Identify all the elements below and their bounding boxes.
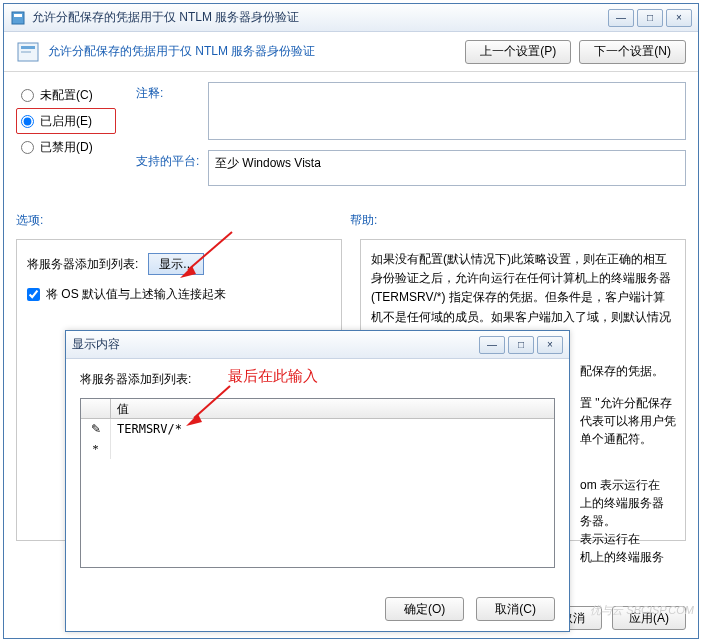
radio-disabled-input[interactable] [21,141,34,154]
row-marker-edit-icon: ✎ [81,419,111,439]
minimize-button[interactable]: — [608,9,634,27]
grid-header-value: 值 [111,399,554,418]
window-title: 允许分配保存的凭据用于仅 NTLM 服务器身份验证 [32,9,608,26]
add-server-label: 将服务器添加到列表: [27,256,138,273]
help-extra-1: 配保存的凭据。 [580,363,664,380]
child-close-button[interactable]: × [537,336,563,354]
platform-label: 支持的平台: [136,150,208,186]
next-setting-button[interactable]: 下一个设置(N) [579,40,686,64]
row-value-new[interactable] [111,439,554,459]
platform-box: 至少 Windows Vista [208,150,686,186]
radio-not-configured-label: 未配置(C) [40,87,93,104]
value-grid[interactable]: 值 ✎ TERMSRV/* * [80,398,555,568]
policy-icon [10,10,26,26]
prev-setting-button[interactable]: 上一个设置(P) [465,40,571,64]
help-extra-6: 上的终端服务器 [580,495,664,512]
help-extra-8: 表示运行在 [580,531,640,548]
help-extra-3: 代表可以将用户凭 [580,413,676,430]
maximize-button[interactable]: □ [637,9,663,27]
help-extra-5: om 表示运行在 [580,477,660,494]
concat-checkbox-row[interactable]: 将 OS 默认值与上述输入连接起来 [27,286,331,303]
close-button[interactable]: × [666,9,692,27]
child-title: 显示内容 [72,336,479,353]
child-maximize-button[interactable]: □ [508,336,534,354]
watermark: 优与云 SBCISP.COM [590,603,694,618]
svg-rect-4 [21,51,31,53]
help-extra-7: 务器。 [580,513,616,530]
header-row: 允许分配保存的凭据用于仅 NTLM 服务器身份验证 上一个设置(P) 下一个设置… [4,32,698,72]
grid-row-new[interactable]: * [81,439,554,459]
child-minimize-button[interactable]: — [479,336,505,354]
help-extra-4: 单个通配符。 [580,431,652,448]
child-titlebar[interactable]: 显示内容 — □ × [66,331,569,359]
radio-not-configured[interactable]: 未配置(C) [16,82,116,108]
grid-header: 值 [81,399,554,419]
child-footer: 确定(O) 取消(C) [385,597,555,621]
radio-not-configured-input[interactable] [21,89,34,102]
child-ok-button[interactable]: 确定(O) [385,597,464,621]
policy-large-icon [16,40,40,64]
row-value-0[interactable]: TERMSRV/* [111,419,554,439]
comment-label: 注释: [136,82,208,140]
help-section-label: 帮助: [350,212,686,229]
svg-rect-1 [14,14,22,17]
child-prompt: 将服务器添加到列表: [80,371,555,388]
svg-rect-3 [21,46,35,49]
show-button[interactable]: 显示... [148,253,204,275]
show-contents-dialog: 显示内容 — □ × 将服务器添加到列表: 值 ✎ TERMSRV/* * 确定… [65,330,570,632]
row-marker-new-icon: * [81,439,111,459]
radio-disabled-label: 已禁用(D) [40,139,93,156]
help-extra-2: 置 "允许分配保存 [580,395,672,412]
concat-checkbox-label: 将 OS 默认值与上述输入连接起来 [46,286,226,303]
comment-textarea[interactable] [208,82,686,140]
radio-enabled-input[interactable] [21,115,34,128]
grid-row-0[interactable]: ✎ TERMSRV/* [81,419,554,439]
radio-enabled[interactable]: 已启用(E) [16,108,116,134]
policy-title: 允许分配保存的凭据用于仅 NTLM 服务器身份验证 [48,43,457,60]
child-cancel-button[interactable]: 取消(C) [476,597,555,621]
help-extra-9: 机上的终端服务 [580,549,664,566]
svg-rect-0 [12,12,24,24]
state-radio-group: 未配置(C) 已启用(E) 已禁用(D) [16,82,116,196]
options-section-label: 选项: [16,212,350,229]
radio-disabled[interactable]: 已禁用(D) [16,134,116,160]
titlebar[interactable]: 允许分配保存的凭据用于仅 NTLM 服务器身份验证 — □ × [4,4,698,32]
grid-header-marker [81,399,111,418]
concat-checkbox[interactable] [27,288,40,301]
radio-enabled-label: 已启用(E) [40,113,92,130]
